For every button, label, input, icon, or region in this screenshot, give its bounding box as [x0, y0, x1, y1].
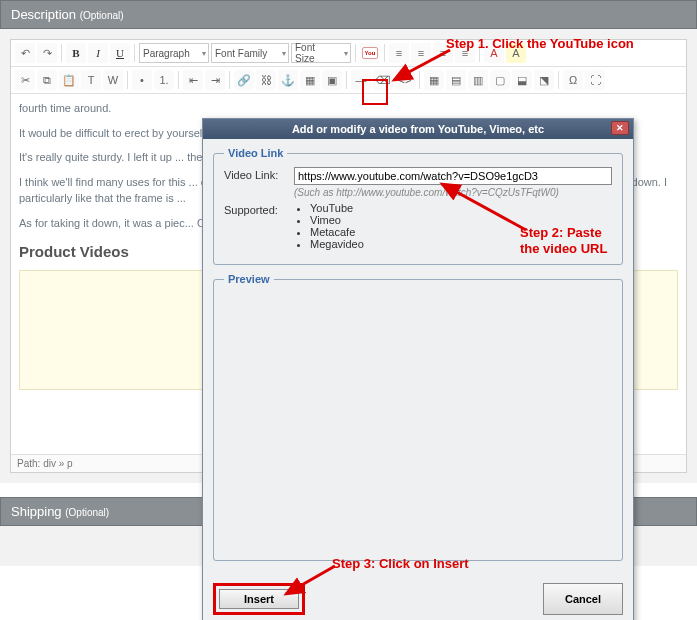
- copy-icon[interactable]: ⧉: [37, 70, 57, 90]
- separator: [61, 44, 62, 62]
- youtube-icon[interactable]: [360, 43, 380, 63]
- video-link-fieldset: Video Link Video Link: (Such as http://w…: [213, 147, 623, 265]
- align-center-icon[interactable]: ≡: [411, 43, 431, 63]
- html-icon[interactable]: <>: [395, 70, 415, 90]
- separator: [419, 71, 420, 89]
- paste-icon[interactable]: 📋: [59, 70, 79, 90]
- number-list-icon[interactable]: 1.: [154, 70, 174, 90]
- bg-color-icon[interactable]: A: [506, 43, 526, 63]
- table-icon[interactable]: ▦: [424, 70, 444, 90]
- description-optional: (Optional): [80, 10, 124, 21]
- clear-format-icon[interactable]: ⌫: [373, 70, 393, 90]
- redo-icon[interactable]: ↷: [37, 43, 57, 63]
- font-size-select[interactable]: Font Size: [291, 43, 351, 63]
- toolbar-row-2: ✂ ⧉ 📋 T W • 1. ⇤ ⇥ 🔗 ⛓ ⚓ ▦ ▣ — ⌫ <> ▦ ▤ …: [11, 67, 686, 94]
- separator: [127, 71, 128, 89]
- cancel-button[interactable]: Cancel: [543, 583, 623, 615]
- paste-word-icon[interactable]: W: [103, 70, 123, 90]
- link-icon[interactable]: 🔗: [234, 70, 254, 90]
- shipping-title: Shipping: [11, 504, 62, 519]
- video-link-label: Video Link:: [224, 167, 294, 181]
- preview-fieldset: Preview: [213, 273, 623, 561]
- outdent-icon[interactable]: ⇤: [183, 70, 203, 90]
- image-icon[interactable]: ▦: [300, 70, 320, 90]
- video-link-hint: (Such as http://www.youtube.com/watch?v=…: [294, 187, 612, 198]
- align-left-icon[interactable]: ≡: [389, 43, 409, 63]
- fullscreen-icon[interactable]: ⛶: [585, 70, 605, 90]
- preview-legend: Preview: [224, 273, 274, 285]
- description-title: Description: [11, 7, 76, 22]
- align-right-icon[interactable]: ≡: [433, 43, 453, 63]
- cut-icon[interactable]: ✂: [15, 70, 35, 90]
- table-merge-icon[interactable]: ⬓: [512, 70, 532, 90]
- media-icon[interactable]: ▣: [322, 70, 342, 90]
- separator: [384, 44, 385, 62]
- supported-list: YouTube Vimeo Metacafe Megavideo: [310, 202, 612, 250]
- dialog-button-row: Insert Cancel: [203, 577, 633, 620]
- dialog-title-text: Add or modify a video from YouTube, Vime…: [292, 123, 544, 135]
- insert-button[interactable]: Insert: [219, 589, 299, 609]
- separator: [178, 71, 179, 89]
- separator: [355, 44, 356, 62]
- separator: [479, 44, 480, 62]
- hr-icon[interactable]: —: [351, 70, 371, 90]
- dialog-body: Video Link Video Link: (Such as http://w…: [203, 139, 633, 577]
- dialog-titlebar[interactable]: Add or modify a video from YouTube, Vime…: [203, 119, 633, 139]
- list-item: Metacafe: [310, 226, 612, 238]
- italic-button[interactable]: I: [88, 43, 108, 63]
- paragraph: fourth time around.: [19, 100, 678, 117]
- paragraph-select[interactable]: Paragraph: [139, 43, 209, 63]
- video-link-legend: Video Link: [224, 147, 287, 159]
- paste-text-icon[interactable]: T: [81, 70, 101, 90]
- insert-button-highlight: Insert: [213, 583, 305, 615]
- table-cell-icon[interactable]: ▢: [490, 70, 510, 90]
- list-item: Vimeo: [310, 214, 612, 226]
- bullet-list-icon[interactable]: •: [132, 70, 152, 90]
- close-icon[interactable]: ✕: [611, 121, 629, 135]
- underline-button[interactable]: U: [110, 43, 130, 63]
- separator: [134, 44, 135, 62]
- unlink-icon[interactable]: ⛓: [256, 70, 276, 90]
- description-section-header: Description (Optional): [0, 0, 697, 29]
- separator: [346, 71, 347, 89]
- anchor-icon[interactable]: ⚓: [278, 70, 298, 90]
- align-justify-icon[interactable]: ≡: [455, 43, 475, 63]
- undo-icon[interactable]: ↶: [15, 43, 35, 63]
- font-family-select[interactable]: Font Family: [211, 43, 289, 63]
- list-item: YouTube: [310, 202, 612, 214]
- special-char-icon[interactable]: Ω: [563, 70, 583, 90]
- separator: [229, 71, 230, 89]
- table-split-icon[interactable]: ⬔: [534, 70, 554, 90]
- toolbar-row-1: ↶ ↷ B I U Paragraph Font Family Font Siz…: [11, 40, 686, 67]
- text-color-icon[interactable]: A: [484, 43, 504, 63]
- indent-icon[interactable]: ⇥: [205, 70, 225, 90]
- bold-button[interactable]: B: [66, 43, 86, 63]
- list-item: Megavideo: [310, 238, 612, 250]
- video-link-input[interactable]: [294, 167, 612, 185]
- shipping-optional: (Optional): [65, 507, 109, 518]
- table-row-icon[interactable]: ▤: [446, 70, 466, 90]
- video-dialog: Add or modify a video from YouTube, Vime…: [202, 118, 634, 620]
- separator: [558, 71, 559, 89]
- supported-label: Supported:: [224, 202, 294, 216]
- table-col-icon[interactable]: ▥: [468, 70, 488, 90]
